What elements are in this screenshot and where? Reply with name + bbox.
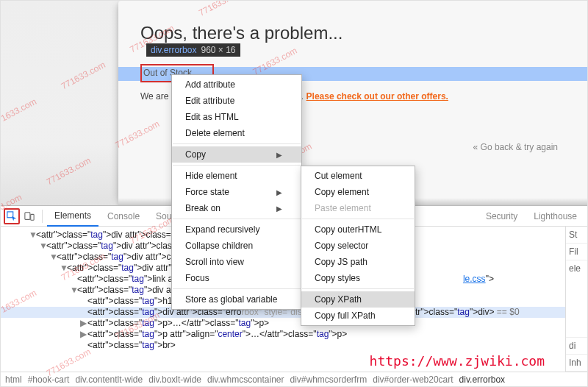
breadcrumb-item[interactable]: div.errorbox xyxy=(459,374,505,385)
menu-item[interactable]: Expand recursively xyxy=(172,221,301,238)
menu-item[interactable]: Focus xyxy=(172,270,301,286)
tab-security[interactable]: Security xyxy=(478,207,525,226)
menu-item[interactable]: Cut element xyxy=(301,168,415,184)
styles-filter[interactable]: Fil xyxy=(566,244,587,260)
breadcrumb-item[interactable]: #hook-cart xyxy=(28,374,70,385)
menu-item[interactable]: Copy outerHTML xyxy=(301,221,415,238)
menu-item[interactable]: Collapse children xyxy=(172,238,301,254)
menu-item[interactable]: Scroll into view xyxy=(172,254,301,270)
breadcrumb-item[interactable]: div#order-web20cart xyxy=(373,374,453,385)
menu-item[interactable]: Copy styles xyxy=(301,270,415,286)
svg-rect-2 xyxy=(31,214,34,220)
menu-item[interactable]: Copy selector xyxy=(301,238,415,254)
context-menu-copy-submenu: Cut elementCopy elementPaste elementCopy… xyxy=(301,166,415,326)
menu-item[interactable]: Break on▶ xyxy=(172,200,301,216)
dom-node[interactable]: ▶<attr">class="tag">p>…</attr">class="ta… xyxy=(1,318,565,329)
inspect-element-button[interactable] xyxy=(4,208,20,224)
go-back-link[interactable]: « Go back & try again xyxy=(473,142,558,152)
menu-item[interactable]: Add attribute xyxy=(172,77,301,93)
menu-item[interactable]: Copy JS path xyxy=(301,254,415,270)
styles-rule-2: di xyxy=(566,338,587,355)
tab-console[interactable]: Console xyxy=(100,207,147,226)
breadcrumb-item[interactable]: div.contentlt-wide xyxy=(75,374,143,385)
menu-item[interactable]: Edit as HTML xyxy=(172,109,301,125)
menu-item[interactable]: Copy▶ xyxy=(172,146,301,163)
styles-tab[interactable]: St xyxy=(566,227,587,244)
context-menu-main: Add attributeEdit attributeEdit as HTMLD… xyxy=(171,74,302,310)
tab-elements[interactable]: Elements xyxy=(47,206,98,227)
dom-node[interactable]: <attr">class="tag">br> xyxy=(1,340,565,351)
svg-rect-1 xyxy=(25,212,30,219)
breadcrumb-item[interactable]: div.whmcscontainer xyxy=(207,374,284,385)
menu-item: Paste element xyxy=(301,200,415,216)
menu-item[interactable]: Store as global variable xyxy=(172,291,301,308)
other-offers-link[interactable]: Please check out our other offers. xyxy=(306,91,448,102)
page-title: Oops, there's a problem... xyxy=(140,23,558,43)
breadcrumb[interactable]: html #hook-cart div.contentlt-wide div.b… xyxy=(1,372,587,386)
menu-item[interactable]: Edit attribute xyxy=(172,93,301,109)
menu-item[interactable]: Copy element xyxy=(301,184,415,200)
styles-rule: ele xyxy=(566,260,587,338)
breadcrumb-item[interactable]: div#whmcsorderfrm xyxy=(290,374,368,385)
toggle-device-button[interactable] xyxy=(21,208,37,224)
dom-node[interactable]: ▶<attr">class="tag">p attr">align="cente… xyxy=(1,329,565,340)
menu-item[interactable]: Hide element xyxy=(172,168,301,184)
menu-item[interactable]: Copy XPath xyxy=(301,291,415,308)
breadcrumb-item[interactable]: html xyxy=(5,374,22,385)
menu-item[interactable]: Force state▶ xyxy=(172,184,301,200)
tab-lighthouse[interactable]: Lighthouse xyxy=(526,207,584,226)
menu-item[interactable]: Copy full XPath xyxy=(301,308,415,324)
inspector-tooltip: div.errorbox960 × 16 xyxy=(146,43,240,57)
menu-item[interactable]: Delete element xyxy=(172,125,301,141)
source-url-overlay: https://www.zjwiki.com xyxy=(370,353,545,369)
styles-pane: St Fil ele di Inh xyxy=(565,227,587,372)
breadcrumb-item[interactable]: div.boxlt-wide xyxy=(148,374,201,385)
styles-inherited: Inh xyxy=(566,355,587,372)
